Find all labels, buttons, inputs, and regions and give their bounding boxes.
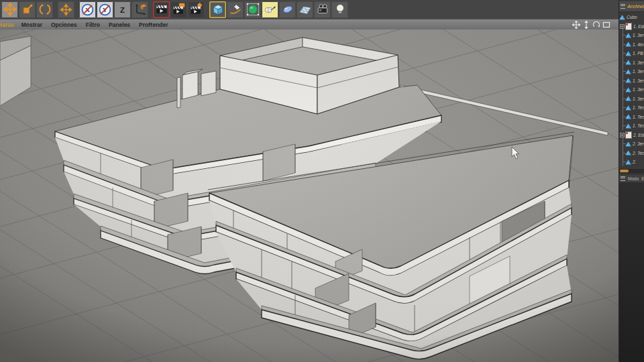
light-button[interactable] bbox=[331, 1, 348, 18]
menu-camaras[interactable]: ámaras bbox=[0, 21, 14, 28]
toggle-view-icon[interactable] bbox=[602, 21, 610, 29]
spline-primitive-button[interactable] bbox=[279, 1, 296, 18]
mode-menu-editar[interactable]: Editar bbox=[641, 176, 644, 181]
object-label: 1. 3er piso bbox=[633, 69, 644, 74]
viewport-menubar: ámaras Mostrar Opciones Filtro Paneles P… bbox=[0, 19, 619, 29]
panel-menu-icon[interactable] bbox=[621, 4, 625, 9]
subdivision-surface-button[interactable] bbox=[244, 1, 261, 18]
rotate-icon bbox=[38, 3, 52, 16]
axis-x-lock-button[interactable]: X bbox=[79, 1, 96, 18]
cube-icon bbox=[211, 3, 225, 16]
camera-icon bbox=[316, 3, 329, 16]
object-manager-header: Archivo bbox=[619, 1, 644, 12]
viewport-controls bbox=[572, 19, 610, 29]
rotate-tool-icon[interactable] bbox=[36, 1, 53, 18]
polygon-object-icon bbox=[625, 150, 631, 156]
svg-text:Z: Z bbox=[120, 5, 125, 13]
free-move-icon bbox=[60, 3, 72, 16]
axis-z-icon: Z bbox=[115, 3, 129, 17]
object-label: 1. 3er piso bbox=[633, 97, 644, 101]
viewport-3d[interactable] bbox=[0, 29, 619, 362]
menu-opciones[interactable]: Opciones bbox=[51, 21, 77, 28]
om-menu-archivo[interactable]: Archivo bbox=[627, 4, 644, 9]
object-tree-item[interactable]: Cubo bbox=[619, 13, 644, 22]
render-settings-button[interactable] bbox=[188, 1, 205, 18]
polygon-object-icon bbox=[625, 96, 631, 101]
axis-x-icon: X bbox=[80, 3, 95, 17]
object-label: 1. Techo bbox=[633, 105, 644, 110]
object-label: 1. 3er piso bbox=[633, 60, 644, 65]
move-icon bbox=[3, 3, 17, 16]
attribute-manager-panel bbox=[619, 182, 644, 362]
menu-prorender[interactable]: ProRender bbox=[139, 21, 168, 28]
main-toolbar: X Y Z bbox=[0, 0, 619, 19]
render-picture-viewer-button[interactable] bbox=[170, 1, 187, 18]
axis-y-lock-button[interactable]: Y bbox=[97, 1, 113, 18]
tree-connector bbox=[623, 29, 623, 131]
axis-z-lock-button[interactable]: Z bbox=[114, 1, 131, 18]
object-label: 1. 3er piso bbox=[633, 87, 644, 92]
object-tree: Cubo+1. Edificio1. 3er piso1. 4to piso1.… bbox=[619, 13, 644, 168]
mode-menu-icon[interactable] bbox=[621, 176, 625, 181]
polygon-object-icon bbox=[625, 78, 631, 83]
render-settings-icon bbox=[190, 3, 203, 16]
extrude-button[interactable] bbox=[262, 1, 278, 18]
polygon-object-icon bbox=[625, 141, 631, 147]
render-view-button[interactable] bbox=[153, 1, 170, 18]
floor-button[interactable] bbox=[297, 1, 313, 18]
polygon-object-icon bbox=[625, 114, 631, 119]
scale-icon bbox=[21, 3, 34, 16]
polygon-object-icon bbox=[625, 160, 631, 165]
free-move-tool-icon[interactable] bbox=[58, 1, 74, 18]
object-label: 2. 3er piso bbox=[633, 141, 644, 146]
object-label: 2. Techo 2 bbox=[633, 151, 644, 156]
coordinate-system-button[interactable] bbox=[131, 1, 148, 18]
spline-primitive-icon bbox=[281, 3, 294, 16]
attribute-mode-bar: Modo Editar bbox=[619, 174, 644, 182]
photo-vignette bbox=[0, 29, 619, 362]
pen-spline-button[interactable] bbox=[227, 1, 244, 18]
menu-filtro[interactable]: Filtro bbox=[86, 21, 100, 28]
camera-button[interactable] bbox=[314, 1, 331, 18]
object-label: 1. Techo bbox=[633, 115, 644, 119]
coordinate-system-icon bbox=[133, 3, 147, 16]
scrollbar-thumb[interactable] bbox=[620, 170, 629, 172]
polygon-object-icon bbox=[625, 33, 631, 38]
move-tool-icon[interactable] bbox=[1, 1, 18, 18]
floor-icon bbox=[299, 3, 312, 16]
polygon-object-icon bbox=[625, 69, 631, 74]
scene-canvas bbox=[0, 29, 619, 362]
object-label: 2. Edificio bbox=[633, 133, 644, 137]
object-label: 1. 4to piso bbox=[633, 42, 644, 47]
null-object-icon bbox=[625, 131, 632, 139]
object-label: 1. 3er piso bbox=[633, 33, 644, 38]
subdivision-surface-icon bbox=[246, 3, 260, 16]
polygon-object-icon bbox=[625, 42, 631, 47]
mode-menu-modo[interactable]: Modo bbox=[628, 176, 639, 181]
polygon-object-icon bbox=[625, 87, 631, 93]
polygon-object-icon bbox=[625, 123, 631, 129]
menu-paneles[interactable]: Paneles bbox=[109, 21, 130, 28]
render-picture-viewer-icon bbox=[172, 3, 186, 16]
om-horizontal-scrollbar[interactable] bbox=[619, 169, 644, 173]
tree-connector bbox=[623, 137, 623, 167]
object-label: 1. PB bbox=[633, 51, 643, 56]
axis-y-icon: Y bbox=[98, 3, 112, 17]
polygon-object-icon bbox=[619, 15, 625, 20]
scale-tool-icon[interactable] bbox=[19, 1, 36, 18]
object-label: 2. bbox=[633, 160, 636, 164]
app-window: X Y Z bbox=[0, 0, 644, 362]
zoom-view-icon[interactable] bbox=[582, 21, 590, 29]
polygon-object-icon bbox=[625, 51, 631, 56]
polygon-object-icon bbox=[625, 60, 631, 65]
rotate-view-icon[interactable] bbox=[592, 21, 600, 29]
object-label: Cubo bbox=[627, 15, 637, 19]
extrude-icon bbox=[264, 3, 277, 16]
null-object-icon bbox=[625, 23, 632, 30]
object-label: 1. Techo 2 bbox=[633, 123, 644, 128]
pen-icon bbox=[229, 3, 242, 16]
menu-mostrar[interactable]: Mostrar bbox=[21, 21, 42, 28]
polygon-object-icon bbox=[625, 105, 631, 111]
primitive-cube-button[interactable] bbox=[209, 1, 226, 18]
pan-view-icon[interactable] bbox=[572, 21, 580, 29]
